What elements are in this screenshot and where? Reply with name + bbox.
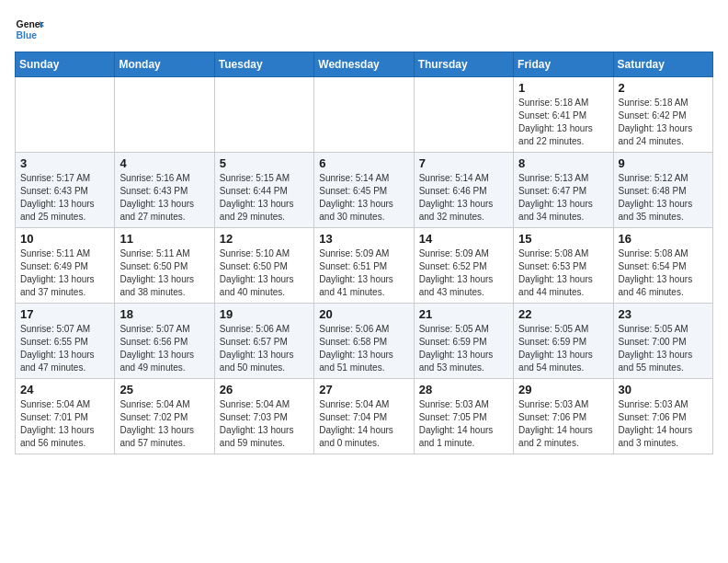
day-number: 22	[518, 307, 608, 321]
day-info: Sunrise: 5:03 AM Sunset: 7:06 PM Dayligh…	[518, 398, 608, 450]
day-number: 10	[20, 232, 109, 246]
calendar-cell: 19Sunrise: 5:06 AM Sunset: 6:57 PM Dayli…	[214, 304, 313, 379]
day-number: 30	[619, 383, 708, 396]
day-info: Sunrise: 5:13 AM Sunset: 6:47 PM Dayligh…	[518, 172, 608, 224]
calendar-cell: 7Sunrise: 5:14 AM Sunset: 6:46 PM Daylig…	[414, 153, 513, 228]
calendar-cell	[115, 77, 214, 153]
calendar-cell: 9Sunrise: 5:12 AM Sunset: 6:48 PM Daylig…	[613, 153, 712, 228]
logo-icon: General Blue	[15, 15, 44, 44]
day-number: 28	[419, 383, 508, 396]
calendar-header-friday: Friday	[514, 52, 613, 77]
calendar-header-wednesday: Wednesday	[314, 52, 414, 77]
day-number: 6	[319, 156, 408, 170]
day-number: 17	[20, 307, 109, 321]
calendar-cell: 2Sunrise: 5:18 AM Sunset: 6:42 PM Daylig…	[613, 77, 712, 153]
calendar-cell: 28Sunrise: 5:03 AM Sunset: 7:05 PM Dayli…	[414, 379, 513, 454]
calendar-cell: 29Sunrise: 5:03 AM Sunset: 7:06 PM Dayli…	[514, 379, 613, 454]
day-number: 25	[119, 383, 209, 396]
day-number: 4	[119, 156, 209, 170]
calendar-cell: 10Sunrise: 5:11 AM Sunset: 6:49 PM Dayli…	[16, 228, 115, 304]
calendar-cell: 21Sunrise: 5:05 AM Sunset: 6:59 PM Dayli…	[414, 304, 513, 379]
day-info: Sunrise: 5:05 AM Sunset: 6:59 PM Dayligh…	[518, 323, 608, 374]
calendar-cell: 12Sunrise: 5:10 AM Sunset: 6:50 PM Dayli…	[214, 228, 313, 304]
day-number: 16	[619, 232, 708, 246]
logo: General Blue	[15, 15, 48, 44]
day-info: Sunrise: 5:18 AM Sunset: 6:41 PM Dayligh…	[518, 97, 608, 148]
calendar-header-thursday: Thursday	[414, 52, 513, 77]
day-info: Sunrise: 5:04 AM Sunset: 7:02 PM Dayligh…	[119, 398, 209, 450]
day-number: 14	[419, 232, 508, 246]
day-info: Sunrise: 5:06 AM Sunset: 6:57 PM Dayligh…	[220, 323, 309, 374]
calendar-header-saturday: Saturday	[613, 52, 712, 77]
calendar-cell: 23Sunrise: 5:05 AM Sunset: 7:00 PM Dayli…	[613, 304, 712, 379]
day-number: 8	[518, 156, 608, 170]
day-info: Sunrise: 5:04 AM Sunset: 7:04 PM Dayligh…	[319, 398, 408, 450]
calendar-header-tuesday: Tuesday	[214, 52, 313, 77]
day-number: 2	[619, 81, 708, 95]
calendar-header-sunday: Sunday	[16, 52, 115, 77]
day-info: Sunrise: 5:08 AM Sunset: 6:54 PM Dayligh…	[619, 247, 708, 299]
calendar-cell: 14Sunrise: 5:09 AM Sunset: 6:52 PM Dayli…	[414, 228, 513, 304]
calendar-cell: 16Sunrise: 5:08 AM Sunset: 6:54 PM Dayli…	[613, 228, 712, 304]
day-info: Sunrise: 5:15 AM Sunset: 6:44 PM Dayligh…	[220, 172, 309, 224]
day-number: 27	[319, 383, 408, 396]
calendar-cell: 30Sunrise: 5:03 AM Sunset: 7:06 PM Dayli…	[613, 379, 712, 454]
calendar-cell: 20Sunrise: 5:06 AM Sunset: 6:58 PM Dayli…	[314, 304, 414, 379]
calendar-header-monday: Monday	[115, 52, 214, 77]
calendar-cell: 17Sunrise: 5:07 AM Sunset: 6:55 PM Dayli…	[16, 304, 115, 379]
calendar-cell	[16, 77, 115, 153]
calendar-cell: 18Sunrise: 5:07 AM Sunset: 6:56 PM Dayli…	[115, 304, 214, 379]
day-number: 26	[220, 383, 309, 396]
calendar-cell: 24Sunrise: 5:04 AM Sunset: 7:01 PM Dayli…	[16, 379, 115, 454]
day-number: 7	[419, 156, 508, 170]
day-info: Sunrise: 5:14 AM Sunset: 6:45 PM Dayligh…	[319, 172, 408, 224]
day-number: 18	[119, 307, 209, 321]
calendar-cell: 3Sunrise: 5:17 AM Sunset: 6:43 PM Daylig…	[16, 153, 115, 228]
day-number: 11	[119, 232, 209, 246]
day-info: Sunrise: 5:07 AM Sunset: 6:56 PM Dayligh…	[119, 323, 209, 374]
day-info: Sunrise: 5:06 AM Sunset: 6:58 PM Dayligh…	[319, 323, 408, 374]
calendar-cell: 6Sunrise: 5:14 AM Sunset: 6:45 PM Daylig…	[314, 153, 414, 228]
calendar-cell: 25Sunrise: 5:04 AM Sunset: 7:02 PM Dayli…	[115, 379, 214, 454]
calendar-cell: 1Sunrise: 5:18 AM Sunset: 6:41 PM Daylig…	[514, 77, 613, 153]
day-number: 20	[319, 307, 408, 321]
day-info: Sunrise: 5:18 AM Sunset: 6:42 PM Dayligh…	[619, 97, 708, 148]
day-info: Sunrise: 5:03 AM Sunset: 7:06 PM Dayligh…	[619, 398, 708, 450]
svg-text:Blue: Blue	[17, 30, 38, 40]
day-number: 21	[419, 307, 508, 321]
calendar-cell: 26Sunrise: 5:04 AM Sunset: 7:03 PM Dayli…	[214, 379, 313, 454]
day-info: Sunrise: 5:07 AM Sunset: 6:55 PM Dayligh…	[20, 323, 109, 374]
day-info: Sunrise: 5:03 AM Sunset: 7:05 PM Dayligh…	[419, 398, 508, 450]
day-number: 3	[20, 156, 109, 170]
day-info: Sunrise: 5:14 AM Sunset: 6:46 PM Dayligh…	[419, 172, 508, 224]
calendar-cell	[214, 77, 313, 153]
day-info: Sunrise: 5:05 AM Sunset: 6:59 PM Dayligh…	[419, 323, 508, 374]
calendar-cell: 8Sunrise: 5:13 AM Sunset: 6:47 PM Daylig…	[514, 153, 613, 228]
day-info: Sunrise: 5:12 AM Sunset: 6:48 PM Dayligh…	[619, 172, 708, 224]
day-info: Sunrise: 5:11 AM Sunset: 6:49 PM Dayligh…	[20, 247, 109, 299]
calendar-cell	[314, 77, 414, 153]
day-info: Sunrise: 5:11 AM Sunset: 6:50 PM Dayligh…	[119, 247, 209, 299]
day-number: 5	[220, 156, 309, 170]
calendar-cell: 13Sunrise: 5:09 AM Sunset: 6:51 PM Dayli…	[314, 228, 414, 304]
day-info: Sunrise: 5:10 AM Sunset: 6:50 PM Dayligh…	[220, 247, 309, 299]
day-number: 12	[220, 232, 309, 246]
calendar-cell: 22Sunrise: 5:05 AM Sunset: 6:59 PM Dayli…	[514, 304, 613, 379]
day-info: Sunrise: 5:05 AM Sunset: 7:00 PM Dayligh…	[619, 323, 708, 374]
page-header: General Blue	[15, 15, 713, 44]
calendar-cell: 11Sunrise: 5:11 AM Sunset: 6:50 PM Dayli…	[115, 228, 214, 304]
day-number: 15	[518, 232, 608, 246]
day-info: Sunrise: 5:04 AM Sunset: 7:01 PM Dayligh…	[20, 398, 109, 450]
day-info: Sunrise: 5:08 AM Sunset: 6:53 PM Dayligh…	[518, 247, 608, 299]
calendar-cell: 27Sunrise: 5:04 AM Sunset: 7:04 PM Dayli…	[314, 379, 414, 454]
day-number: 19	[220, 307, 309, 321]
day-number: 29	[518, 383, 608, 396]
calendar-table: SundayMondayTuesdayWednesdayThursdayFrid…	[15, 52, 713, 454]
day-info: Sunrise: 5:09 AM Sunset: 6:52 PM Dayligh…	[419, 247, 508, 299]
calendar-cell: 5Sunrise: 5:15 AM Sunset: 6:44 PM Daylig…	[214, 153, 313, 228]
day-number: 13	[319, 232, 408, 246]
day-number: 1	[518, 81, 608, 95]
day-number: 23	[619, 307, 708, 321]
day-number: 9	[619, 156, 708, 170]
day-info: Sunrise: 5:16 AM Sunset: 6:43 PM Dayligh…	[119, 172, 209, 224]
